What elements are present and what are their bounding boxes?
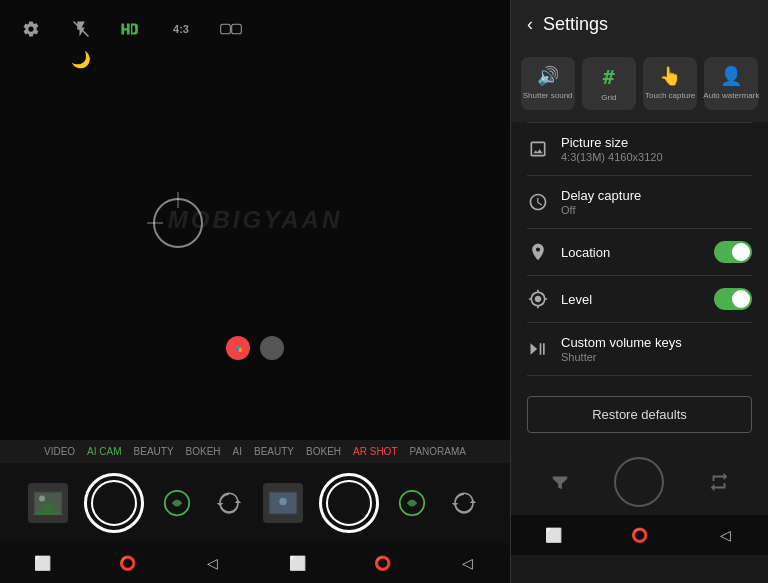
auto-watermark-label: Auto watermark <box>703 91 759 100</box>
mode-panorama[interactable]: PANORAMA <box>410 446 467 457</box>
switch-camera-icon-1[interactable] <box>211 485 247 521</box>
mode-beauty2[interactable]: BEAUTY <box>254 446 294 457</box>
nav-bar-left: ⬜ ⭕ ◁ ⬜ ⭕ ◁ <box>0 543 510 583</box>
shutter-inner-2 <box>326 480 372 526</box>
focus-crosshair <box>153 198 203 248</box>
nav-circle-3[interactable]: ⭕ <box>627 523 651 547</box>
volume-keys-icon <box>527 338 549 360</box>
settings-quick-icons: 🔊 Shutter sound # Grid 👆 Touch capture 👤… <box>511 45 768 122</box>
shutter-button-1[interactable] <box>84 473 144 533</box>
quick-auto-watermark[interactable]: 👤 Auto watermark <box>704 57 758 110</box>
quick-grid[interactable]: # Grid <box>582 57 636 110</box>
location-title: Location <box>561 245 702 260</box>
location-toggle-knob <box>732 243 750 261</box>
settings-item-location[interactable]: Location <box>511 229 768 275</box>
switch-camera-icon-2[interactable] <box>446 485 482 521</box>
nav-circle-1[interactable]: ⭕ <box>116 551 140 575</box>
svg-point-5 <box>39 496 45 502</box>
level-text: Level <box>561 292 702 307</box>
moon-icon[interactable]: 🌙 <box>70 48 92 70</box>
quick-shutter-sound[interactable]: 🔊 Shutter sound <box>521 57 575 110</box>
dual-cam-icon[interactable] <box>220 18 242 40</box>
camera-modes-bar: VIDEO AI CAM BEAUTY BOKEH AI BEAUTY BOKE… <box>0 440 510 463</box>
shutter-sound-label: Shutter sound <box>523 91 573 100</box>
nav-square-2[interactable]: ⬜ <box>286 551 310 575</box>
picture-size-icon <box>527 138 549 160</box>
mode-bokeh2[interactable]: BOKEH <box>306 446 341 457</box>
camera-mode-indicators: 🎭 <box>226 336 284 360</box>
shutter-sound-icon: 🔊 <box>537 65 559 87</box>
mode-ai[interactable]: AI <box>233 446 242 457</box>
mode-video[interactable]: VIDEO <box>44 446 75 457</box>
touch-capture-label: Touch capture <box>645 91 695 100</box>
camera-icons-row1: 4:3 <box>20 18 490 40</box>
hdr-icon[interactable] <box>120 18 142 40</box>
aspect-ratio-icon[interactable]: 4:3 <box>170 18 192 40</box>
location-toggle[interactable] <box>714 241 752 263</box>
nav-square-1[interactable]: ⬜ <box>31 551 55 575</box>
camera-viewfinder: 4:3 🌙 MOBIGYAAN <box>0 0 510 440</box>
camera-top-icons: 4:3 🌙 <box>0 10 510 78</box>
camera-panel: 4:3 🌙 MOBIGYAAN <box>0 0 510 583</box>
settings-item-volume-keys[interactable]: Custom volume keys Shutter <box>511 323 768 375</box>
shutter-button-2[interactable] <box>319 473 379 533</box>
camera-controls-bar <box>0 463 510 543</box>
settings-bottom-bar <box>511 449 768 515</box>
picture-size-title: Picture size <box>561 135 752 150</box>
svg-rect-1 <box>221 24 231 34</box>
settings-gear-icon[interactable] <box>20 18 42 40</box>
nav-back-3[interactable]: ◁ <box>713 523 737 547</box>
settings-bottom-filter-icon[interactable] <box>540 462 580 502</box>
divider-6 <box>527 375 752 376</box>
settings-header: ‹ Settings <box>511 0 768 45</box>
back-button[interactable]: ‹ <box>527 14 533 35</box>
settings-title: Settings <box>543 14 608 35</box>
gallery-thumbnail-1[interactable] <box>28 483 68 523</box>
level-title: Level <box>561 292 702 307</box>
mode-beauty[interactable]: BEAUTY <box>134 446 174 457</box>
camera-icons-row2: 🌙 <box>20 48 490 70</box>
delay-capture-text: Delay capture Off <box>561 188 752 216</box>
settings-bottom-switch-icon[interactable] <box>699 462 739 502</box>
settings-item-delay-capture[interactable]: Delay capture Off <box>511 176 768 228</box>
delay-capture-title: Delay capture <box>561 188 752 203</box>
auto-watermark-icon: 👤 <box>720 65 742 87</box>
svg-rect-2 <box>232 24 242 34</box>
mode-dot-2 <box>260 336 284 360</box>
shutter-inner-1 <box>91 480 137 526</box>
level-toggle-knob <box>732 290 750 308</box>
quick-touch-capture[interactable]: 👆 Touch capture <box>643 57 697 110</box>
gallery-thumbnail-2[interactable] <box>263 483 303 523</box>
nav-back-1[interactable]: ◁ <box>201 551 225 575</box>
settings-panel: ‹ Settings 🔊 Shutter sound # Grid 👆 Touc… <box>510 0 768 583</box>
flash-off-icon[interactable] <box>70 18 92 40</box>
nav-back-2[interactable]: ◁ <box>456 551 480 575</box>
ai-icon-2[interactable] <box>394 485 430 521</box>
grid-label: Grid <box>601 93 616 102</box>
settings-item-picture-size[interactable]: Picture size 4:3(13M) 4160x3120 <box>511 123 768 175</box>
settings-shutter-btn[interactable] <box>614 457 664 507</box>
delay-capture-subtitle: Off <box>561 204 752 216</box>
ai-icon-1[interactable] <box>159 485 195 521</box>
restore-defaults-button[interactable]: Restore defaults <box>527 396 752 433</box>
volume-keys-title: Custom volume keys <box>561 335 752 350</box>
mode-ar-shot[interactable]: AR SHOT <box>353 446 397 457</box>
picture-size-subtitle: 4:3(13M) 4160x3120 <box>561 151 752 163</box>
mode-ai-cam[interactable]: AI CAM <box>87 446 121 457</box>
nav-square-3[interactable]: ⬜ <box>542 523 566 547</box>
mode-dot-1: 🎭 <box>226 336 250 360</box>
delay-capture-icon <box>527 191 549 213</box>
volume-keys-text: Custom volume keys Shutter <box>561 335 752 363</box>
level-icon <box>527 288 549 310</box>
mode-bokeh[interactable]: BOKEH <box>186 446 221 457</box>
grid-icon: # <box>603 65 615 89</box>
settings-item-level[interactable]: Level <box>511 276 768 322</box>
nav-circle-2[interactable]: ⭕ <box>371 551 395 575</box>
touch-capture-icon: 👆 <box>659 65 681 87</box>
volume-keys-subtitle: Shutter <box>561 351 752 363</box>
nav-bar-right: ⬜ ⭕ ◁ <box>511 515 768 555</box>
level-toggle[interactable] <box>714 288 752 310</box>
restore-defaults-container: Restore defaults <box>511 380 768 449</box>
svg-point-10 <box>279 498 287 506</box>
location-text: Location <box>561 245 702 260</box>
